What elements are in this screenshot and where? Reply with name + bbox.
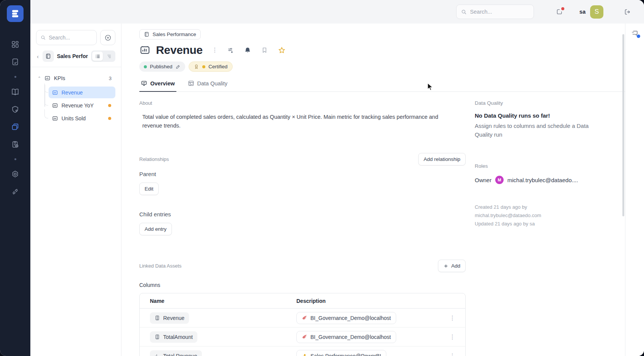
owner-role-label: Owner bbox=[475, 177, 491, 183]
breadcrumb-label: Sales Performance bbox=[153, 32, 196, 37]
sql-server-icon bbox=[302, 334, 307, 340]
column-chip[interactable]: TotalAmount bbox=[150, 331, 197, 343]
user-avatar[interactable]: S bbox=[590, 5, 603, 19]
add-relationship-button[interactable]: Add relationship bbox=[418, 153, 466, 165]
tree-item-units-sold[interactable]: Units Sold bbox=[49, 112, 115, 124]
app-logo[interactable] bbox=[7, 5, 24, 22]
row-kebab-menu-icon[interactable]: ⋮ bbox=[448, 315, 457, 321]
vertical-scrollbar[interactable] bbox=[622, 34, 624, 216]
asset-link-label: BI_Governance_Demo@localhost bbox=[310, 315, 391, 321]
add-entry-button[interactable]: Add entry bbox=[139, 223, 172, 235]
plus-icon bbox=[443, 263, 449, 269]
column-chip[interactable]: Revenue bbox=[150, 312, 189, 324]
edit-parent-button[interactable]: Edit bbox=[139, 183, 159, 195]
notifications-icon[interactable] bbox=[556, 8, 563, 15]
kpi-chart-icon bbox=[52, 102, 58, 109]
main-column: About Total value of completed sales ord… bbox=[139, 100, 466, 356]
right-utility-strip bbox=[625, 24, 644, 356]
published-status-dot bbox=[144, 65, 147, 68]
status-badge-published[interactable]: Published bbox=[139, 61, 185, 72]
column-chip[interactable]: Total Revenue bbox=[150, 350, 202, 356]
tree-group-count: 3 bbox=[109, 76, 114, 81]
tab-data-quality[interactable]: Data Quality bbox=[186, 80, 229, 91]
global-search-input[interactable] bbox=[470, 9, 529, 15]
catalog-book-icon bbox=[43, 50, 54, 62]
table-row: Total Revenue Sales Performance@PowerBI bbox=[140, 347, 465, 356]
add-asset-label: Add bbox=[451, 263, 460, 269]
dashboard-icon[interactable] bbox=[11, 40, 19, 49]
parent-label: Parent bbox=[139, 171, 466, 177]
connectors-plug-icon[interactable] bbox=[11, 187, 19, 196]
breadcrumb[interactable]: Sales Performance bbox=[139, 29, 201, 39]
governance-shield-icon[interactable] bbox=[11, 105, 19, 113]
sidebar: ‹ Sales Perfor... bbox=[30, 24, 121, 356]
glossary-book-icon[interactable] bbox=[11, 88, 19, 96]
tasks-clipboard-icon[interactable] bbox=[11, 140, 19, 148]
row-kebab-menu-icon[interactable]: ⋮ bbox=[448, 353, 457, 356]
tree-item-revenue-yoy[interactable]: Revenue YoY bbox=[49, 99, 115, 111]
row-kebab-menu-icon[interactable]: ⋮ bbox=[448, 334, 457, 340]
list-view-icon[interactable] bbox=[92, 52, 103, 61]
about-section-label: About bbox=[139, 100, 466, 106]
column-name: Revenue bbox=[163, 315, 184, 321]
certification-label: Certified bbox=[208, 64, 227, 69]
topbar: sa S bbox=[30, 0, 644, 24]
data-quality-section-label: Data Quality bbox=[475, 100, 592, 106]
asset-link-chip[interactable]: BI_Governance_Demo@localhost bbox=[296, 312, 396, 324]
asset-link-chip[interactable]: Sales Performance@PowerBI bbox=[296, 350, 386, 356]
column-header-name: Name bbox=[140, 298, 296, 304]
draft-status-dot bbox=[108, 117, 111, 120]
table-column-icon bbox=[154, 334, 160, 340]
search-icon bbox=[41, 35, 46, 41]
title-kebab-menu-icon[interactable]: ⋮ bbox=[210, 47, 219, 53]
kpi-chart-icon bbox=[44, 75, 50, 81]
bookmark-icon[interactable] bbox=[259, 47, 270, 54]
tree-item-label: Revenue bbox=[61, 90, 112, 96]
tree-group-kpis[interactable]: ⌃ KPIs 3 bbox=[36, 72, 115, 85]
certification-badge[interactable]: Certified bbox=[189, 61, 232, 72]
overview-tab-icon bbox=[141, 80, 147, 87]
add-to-collection-icon[interactable] bbox=[225, 47, 236, 54]
comments-badge-dot bbox=[637, 35, 640, 38]
kpi-chart-icon bbox=[154, 353, 160, 356]
add-asset-button[interactable]: Add bbox=[438, 260, 466, 272]
settings-hexagon-icon[interactable] bbox=[11, 170, 19, 178]
catalog-check-icon[interactable] bbox=[11, 58, 19, 66]
tree-item-revenue[interactable]: Revenue bbox=[49, 87, 115, 98]
logout-icon[interactable] bbox=[624, 8, 631, 16]
dataedo-logo-icon bbox=[10, 9, 20, 19]
rail-separator-dot bbox=[14, 76, 16, 78]
kpi-chart-icon bbox=[52, 90, 58, 96]
column-name: TotalAmount bbox=[163, 334, 193, 340]
comments-panel-icon[interactable] bbox=[631, 29, 639, 38]
audit-meta: Created 21 days ago by michal.trybulec@d… bbox=[475, 203, 592, 228]
global-search[interactable] bbox=[456, 5, 534, 19]
sidebar-search[interactable] bbox=[36, 30, 97, 45]
owner-email[interactable]: michal.trybulec@dataedo.... bbox=[507, 177, 578, 183]
catalog-book-icon bbox=[144, 32, 150, 37]
edit-pencil-icon[interactable] bbox=[175, 64, 181, 69]
notification-badge-dot bbox=[561, 7, 564, 10]
tab-overview[interactable]: Overview bbox=[139, 80, 176, 91]
tab-label: Data Quality bbox=[197, 80, 228, 87]
search-icon bbox=[461, 9, 467, 15]
kpi-chart-icon bbox=[52, 115, 58, 121]
sidebar-search-input[interactable] bbox=[49, 35, 92, 41]
table-row: TotalAmount BI_Governance_Demo@localhost bbox=[140, 328, 465, 347]
chevron-up-icon: ⌃ bbox=[38, 76, 41, 81]
catalog-name[interactable]: Sales Perfor... bbox=[57, 53, 88, 59]
rail-separator-dot bbox=[14, 158, 16, 160]
asset-link-label: Sales Performance@PowerBI bbox=[310, 353, 381, 356]
asset-link-chip[interactable]: BI_Governance_Demo@localhost bbox=[296, 331, 396, 343]
sidebar-add-button[interactable] bbox=[100, 30, 115, 45]
compact-view-icon[interactable] bbox=[104, 52, 114, 61]
collections-folders-icon[interactable] bbox=[11, 123, 19, 131]
star-icon[interactable] bbox=[276, 46, 288, 54]
columns-table: Name Description bbox=[139, 293, 466, 356]
collapse-chevron-icon[interactable]: ‹ bbox=[36, 53, 39, 60]
kpi-title-icon bbox=[139, 44, 151, 56]
page-title: Revenue bbox=[156, 44, 203, 57]
roles-section-label: Roles bbox=[475, 163, 592, 169]
data-quality-empty-title: No Data Quality runs so far! bbox=[475, 112, 592, 119]
bell-icon[interactable] bbox=[242, 47, 254, 54]
